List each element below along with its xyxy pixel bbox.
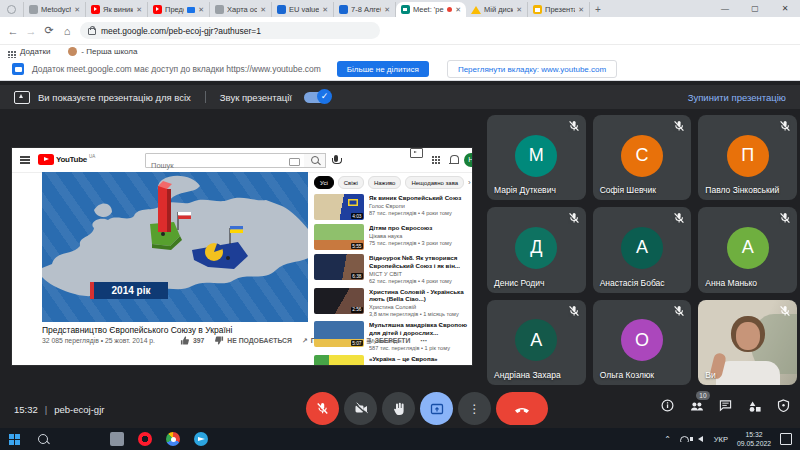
dislike-button[interactable]: НЕ ПОДОБАЄТЬСЯ [214, 335, 292, 346]
participant-tile[interactable]: А Андріана Захара [487, 300, 586, 385]
close-tab-icon[interactable]: ✕ [260, 6, 266, 14]
opera-icon[interactable] [138, 432, 152, 446]
bookmark-school[interactable]: - Перша школа [81, 47, 137, 56]
tab-drive[interactable]: Мій диск - G✕ [466, 2, 528, 17]
recommended-video[interactable]: «Україна – це Європа» [314, 355, 470, 366]
tab-pinned[interactable] [0, 2, 24, 17]
raise-hand-button[interactable] [382, 392, 415, 425]
close-tab-icon[interactable]: ✕ [516, 6, 522, 14]
apps-grid-icon[interactable] [8, 51, 10, 53]
taskbar-clock[interactable]: 15:32 09.05.2022 [737, 430, 771, 448]
chip-fresh[interactable]: Свіжі [338, 176, 364, 189]
tray-expand-icon[interactable]: ⌃ [664, 435, 671, 444]
recommended-video[interactable]: 5:07 Мультяшна мандрівка Європою для діт… [314, 321, 470, 351]
hamburger-menu-icon[interactable] [20, 156, 30, 158]
stop-presentation-button[interactable]: Зупинити презентацію [688, 92, 786, 103]
chip-recent[interactable]: Нещодавно зава [405, 176, 464, 189]
participant-tile[interactable]: А Анастасія Бобас [593, 207, 692, 292]
tab-metodychni[interactable]: Metodychni✕ [24, 2, 86, 17]
volume-icon[interactable] [698, 436, 703, 442]
reload-button[interactable]: ⟳ [40, 24, 58, 37]
end-call-button[interactable] [496, 392, 548, 425]
participant-tile[interactable]: С Софія Шевчик [593, 115, 692, 200]
video-thumbnail[interactable]: 5:55 [314, 224, 364, 250]
language-indicator[interactable]: УКР [714, 435, 728, 444]
bookmark-apps[interactable]: Додатки [20, 47, 50, 56]
chips-more-icon[interactable]: › [468, 178, 471, 187]
tab-charter[interactable]: Харта осно✕ [210, 2, 272, 17]
participant-tile[interactable]: А Анна Манько [698, 207, 797, 292]
close-tab-icon[interactable]: ✕ [322, 6, 328, 14]
maximize-button[interactable]: ▢ [740, 4, 770, 13]
home-button[interactable]: ⌂ [58, 25, 76, 37]
notifications-bell-icon[interactable] [450, 155, 459, 163]
youtube-search-box[interactable] [145, 153, 305, 168]
recommended-video[interactable]: 6:38 Відеоурок №8. Як утворився Європейс… [314, 254, 470, 284]
recommended-video[interactable]: 5:55 Дітям про ЄвросоюзЦікава наука75 ти… [314, 224, 470, 250]
chip-live[interactable]: Наживо [368, 176, 402, 189]
tab-eu-values[interactable]: EU values th✕ [272, 2, 334, 17]
search-button[interactable] [304, 153, 326, 168]
chat-button[interactable] [719, 398, 732, 416]
minimize-button[interactable]: — [710, 4, 740, 13]
search-input[interactable] [146, 159, 269, 170]
youtube-apps-icon[interactable] [432, 156, 434, 158]
video-thumbnail[interactable]: 2:56 [314, 288, 364, 314]
recommended-video[interactable]: 2:56 Христина Соловій - Українська лють … [314, 288, 470, 318]
youtube-avatar[interactable]: Н [464, 153, 472, 167]
avatar: А [727, 227, 769, 269]
chip-all[interactable]: Усі [314, 176, 334, 189]
chrome-icon[interactable] [166, 432, 180, 446]
self-video-tile[interactable]: Ви [698, 300, 797, 385]
video-thumbnail[interactable]: 5:07 [314, 321, 364, 347]
host-controls-button[interactable] [777, 398, 790, 416]
activities-button[interactable] [748, 398, 761, 416]
create-video-icon[interactable] [410, 148, 423, 158]
mic-toggle-button[interactable] [306, 392, 339, 425]
wifi-icon[interactable] [680, 436, 689, 442]
stop-sharing-button[interactable]: Більше не ділитися [337, 61, 429, 77]
video-thumbnail[interactable]: 6:38 [314, 254, 364, 280]
video-player[interactable]: 2014 рік [42, 172, 308, 322]
participant-tile[interactable]: П Павло Зінковський [698, 115, 797, 200]
participant-tile[interactable]: О Ольга Козлюк [593, 300, 692, 385]
like-button[interactable]: 397 [180, 335, 204, 346]
presentation-sound-toggle[interactable]: ✓ [304, 92, 330, 103]
close-tab-icon[interactable]: ✕ [74, 6, 80, 14]
tab-meet-active[interactable]: Meet: 'pe✕ [396, 2, 466, 17]
recommended-video[interactable]: 4:03 Як виник Європейський СоюзГолос Євр… [314, 194, 470, 220]
tab-youtube-shared[interactable]: Предст✕ [148, 2, 210, 17]
forward-button[interactable]: → [22, 25, 40, 37]
start-button[interactable] [9, 434, 20, 445]
camera-toggle-button[interactable] [344, 392, 377, 425]
more-options-button[interactable]: ⋮ [458, 392, 491, 425]
participant-tile[interactable]: М Марія Дуткевич [487, 115, 586, 200]
bookmark-avatar[interactable] [68, 47, 77, 56]
close-tab-icon[interactable]: ✕ [198, 6, 204, 14]
taskbar-search-icon[interactable] [38, 434, 48, 444]
close-tab-icon[interactable]: ✕ [136, 6, 142, 14]
address-bar[interactable]: meet.google.com/peb-ecoj-gjr?authuser=1 [80, 22, 380, 39]
new-tab-button[interactable]: + [590, 2, 606, 17]
action-center-icon[interactable] [780, 433, 792, 445]
telegram-icon[interactable] [194, 432, 208, 446]
close-tab-icon[interactable]: ✕ [578, 6, 584, 14]
file-explorer-icon[interactable] [110, 432, 124, 446]
close-window-button[interactable]: ✕ [770, 4, 800, 13]
close-tab-icon[interactable]: ✕ [384, 6, 390, 14]
view-tab-button[interactable]: Переглянути вкладку: www.youtube.com [447, 60, 617, 78]
tab-slides[interactable]: Презентаці✕ [528, 2, 590, 17]
tab-youtube-1[interactable]: Як виник єс✕ [86, 2, 148, 17]
back-button[interactable]: ← [4, 25, 22, 37]
video-thumbnail[interactable] [314, 355, 364, 366]
video-thumbnail[interactable]: 4:03 [314, 194, 364, 220]
present-button[interactable] [420, 392, 453, 425]
meeting-details-button[interactable] [661, 398, 674, 416]
participants-button[interactable]: 10 [690, 398, 703, 416]
tab-algebra[interactable]: 7-8 Алгебра✕ [334, 2, 396, 17]
participant-tile[interactable]: Д Денис Родич [487, 207, 586, 292]
youtube-logo[interactable]: YouTube UA [38, 154, 95, 165]
voice-search-icon[interactable] [334, 155, 338, 162]
keyboard-icon[interactable] [289, 158, 300, 166]
close-tab-icon[interactable]: ✕ [455, 6, 461, 14]
